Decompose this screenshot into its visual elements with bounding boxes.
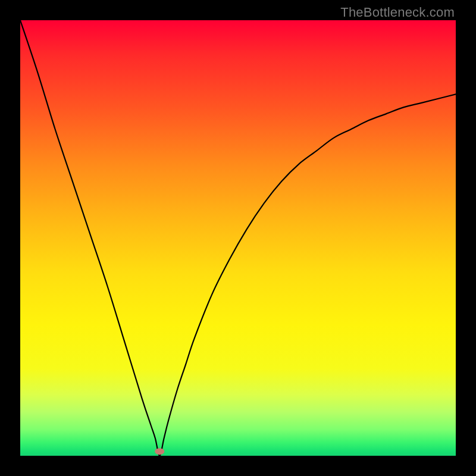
minimum-marker <box>155 448 164 455</box>
chart-frame: TheBottleneck.com <box>0 0 476 476</box>
plot-area <box>20 20 456 456</box>
bottleneck-curve <box>20 20 456 456</box>
watermark-text: TheBottleneck.com <box>340 5 455 20</box>
curve-layer <box>20 20 456 456</box>
